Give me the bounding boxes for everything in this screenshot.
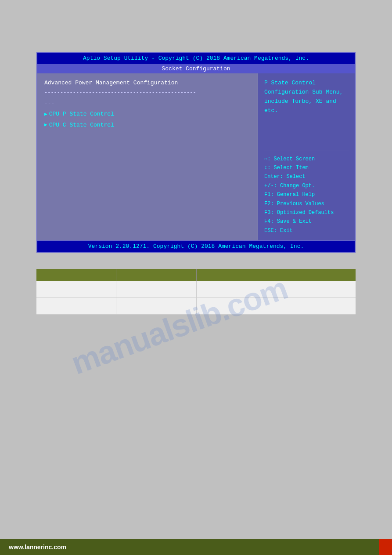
key-help-item: +/-: Change Opt. (264, 181, 349, 190)
dashes: --- (44, 99, 251, 108)
arrow-icon-2: ▶ (44, 121, 47, 129)
bios-main-content: Advanced Power Management Configuration … (37, 73, 355, 240)
red-accent (379, 539, 392, 555)
menu-item-label-cpu-p-state: CPU P State Control (49, 110, 114, 119)
help-line3: include Turbo, XE and (264, 97, 349, 106)
key-help-item: ↔: Select Screen (264, 155, 349, 163)
bios-header: Aptio Setup Utility - Copyright (C) 2018… (37, 53, 355, 64)
website-label: www.lannerinc.com (9, 544, 66, 551)
footer-bar: www.lannerinc.com (0, 539, 392, 555)
bios-subtitle-bar: Socket Configuration (37, 64, 355, 73)
section-title: Advanced Power Management Configuration (44, 79, 251, 88)
bios-left-panel: Advanced Power Management Configuration … (37, 73, 258, 240)
table-body-row-2 (36, 298, 356, 315)
menu-item-cpu-c-state[interactable]: ▶ CPU C State Control (44, 121, 251, 130)
table-header-cell-1 (36, 269, 116, 281)
table-header-row (36, 269, 356, 281)
table-body-cell-1-2 (116, 281, 196, 297)
key-help-item: F2: Previous Values (264, 200, 349, 208)
help-line4: etc. (264, 106, 349, 116)
key-help: ↔: Select Screen↕: Select ItemEnter: Sel… (264, 155, 349, 236)
divider-line: ----------------------------------------… (44, 89, 251, 97)
arrow-icon: ▶ (44, 111, 47, 119)
bios-footer-text: Version 2.20.1271. Copyright (C) 2018 Am… (88, 243, 304, 250)
menu-item-cpu-p-state[interactable]: ▶ CPU P State Control (44, 110, 251, 119)
help-text: P State Control Configuration Sub Menu, … (264, 79, 349, 150)
table-header-cell-2 (116, 269, 196, 281)
table-body-cell-1-1 (36, 281, 116, 297)
table-body-row-1 (36, 281, 356, 298)
table-body-cell-2-1 (36, 298, 116, 314)
table-body-cell-2-3 (197, 298, 356, 314)
bios-header-line1: Aptio Setup Utility - Copyright (C) 2018… (41, 54, 351, 62)
key-help-item: F4: Save & Exit (264, 217, 349, 226)
table-body-cell-2-2 (116, 298, 196, 314)
key-help-item: F3: Optimized Defaults (264, 208, 349, 217)
key-help-item: ↕: Select Item (264, 163, 349, 172)
help-line1: P State Control (264, 79, 349, 88)
key-help-item: F1: General Help (264, 190, 349, 199)
key-help-item: ESC: Exit (264, 226, 349, 235)
bios-header-line2: Socket Configuration (162, 65, 230, 72)
menu-item-label-cpu-c-state: CPU C State Control (49, 121, 114, 130)
table-header-cell-3 (197, 269, 356, 281)
key-help-item: Enter: Select (264, 172, 349, 181)
bios-footer: Version 2.20.1271. Copyright (C) 2018 Am… (37, 240, 355, 252)
table-section (36, 269, 356, 315)
table-body-cell-1-3 (197, 281, 356, 297)
bios-right-panel: P State Control Configuration Sub Menu, … (258, 73, 355, 240)
help-line2: Configuration Sub Menu, (264, 88, 349, 97)
bios-screen: Aptio Setup Utility - Copyright (C) 2018… (36, 52, 356, 253)
